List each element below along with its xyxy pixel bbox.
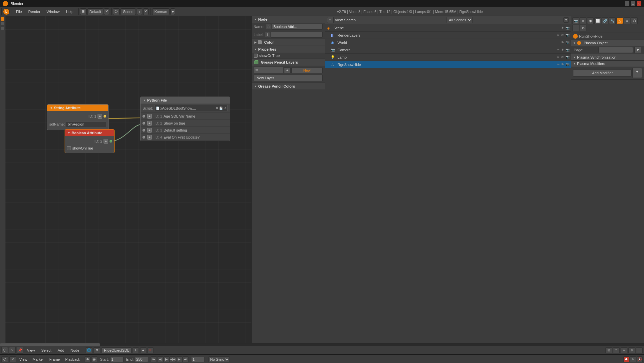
- plasma-object-header[interactable]: ▼ Plasma Object: [571, 40, 644, 46]
- jump-start-btn[interactable]: ⏮: [151, 356, 157, 362]
- prev-frame-btn[interactable]: ◀: [157, 356, 163, 362]
- bool-attr-output-socket[interactable]: [110, 140, 112, 143]
- gp-layers-header[interactable]: Grease Pencil Layers: [252, 59, 325, 66]
- sidebar-icon-3[interactable]: [1, 27, 4, 30]
- python-socket-1[interactable]: [143, 122, 145, 125]
- script-save[interactable]: 💾: [219, 107, 223, 110]
- current-frame-input[interactable]: [191, 357, 204, 362]
- menu-window[interactable]: Window: [44, 9, 62, 15]
- anim-record-btn[interactable]: ⏺: [85, 356, 91, 362]
- timeline-frame-menu[interactable]: Frame: [47, 357, 62, 362]
- string-attr-output-socket[interactable]: [104, 115, 106, 118]
- node-editor-pin-icon[interactable]: 📌: [17, 347, 23, 354]
- prop-constraint-btn[interactable]: 🔗: [602, 17, 608, 24]
- python-plus-0[interactable]: +: [147, 114, 152, 119]
- tree-item-rgnshow[interactable]: △ RgnShowHide ✏ 👁 📷: [325, 61, 571, 68]
- menu-file[interactable]: File: [13, 9, 25, 15]
- node-editor-icon[interactable]: ⬡: [1, 347, 8, 354]
- bool-attr-add[interactable]: +: [104, 139, 108, 144]
- python-plus-3[interactable]: +: [147, 135, 152, 140]
- timeline-playback-menu[interactable]: Playback: [63, 357, 82, 362]
- all-scenes-select[interactable]: All Scenes: [447, 17, 473, 23]
- engine-dropdown[interactable]: ▼: [170, 8, 175, 15]
- prop-physics-btn[interactable]: ⚙: [580, 25, 586, 31]
- gp-layers-checkbox[interactable]: [254, 60, 258, 64]
- python-socket-0[interactable]: [143, 115, 145, 118]
- play-rev-btn[interactable]: ◀◀: [170, 356, 176, 362]
- prop-particle-btn[interactable]: ⋯: [572, 25, 579, 31]
- python-plus-2[interactable]: +: [147, 128, 152, 133]
- node-f-btn[interactable]: F: [133, 347, 139, 353]
- properties-checkbox[interactable]: [254, 54, 258, 58]
- prop-scene-btn[interactable]: ◈: [580, 17, 586, 24]
- play-btn[interactable]: ▶: [163, 356, 169, 362]
- script-close[interactable]: ✕: [215, 106, 218, 110]
- jump-end-btn[interactable]: ⏭: [182, 356, 188, 362]
- prop-modifier-btn[interactable]: 🔧: [609, 17, 616, 24]
- end-input[interactable]: [135, 357, 148, 362]
- timeline-view-menu[interactable]: View: [17, 357, 29, 362]
- script-reload[interactable]: ↺: [223, 107, 226, 110]
- engine-icon-btn[interactable]: B: [3, 8, 10, 15]
- node-select-menu[interactable]: Select: [39, 347, 54, 353]
- start-input[interactable]: [110, 357, 124, 362]
- gp-new-btn[interactable]: New: [291, 67, 323, 73]
- node-close-btn[interactable]: ✕: [148, 347, 154, 353]
- maximize-button[interactable]: □: [631, 1, 635, 6]
- node-name-input[interactable]: [272, 24, 323, 30]
- python-socket-2[interactable]: [143, 129, 145, 132]
- node-plus-btn[interactable]: +: [140, 347, 146, 353]
- render-icon[interactable]: ⬡: [113, 8, 120, 15]
- mute-btn[interactable]: 🔇: [637, 356, 643, 362]
- prop-world-btn[interactable]: ◉: [587, 17, 594, 24]
- node-node-menu[interactable]: Node: [68, 347, 82, 353]
- sdl-name-input[interactable]: [66, 121, 106, 127]
- properties-section-header[interactable]: ▼ Properties: [252, 46, 325, 53]
- scene-add[interactable]: +: [137, 8, 142, 15]
- gp-new-layer-btn[interactable]: New Layer: [254, 75, 323, 81]
- python-plus-1[interactable]: +: [147, 121, 152, 126]
- anim-sync-btn[interactable]: ◉: [91, 356, 97, 362]
- minimize-button[interactable]: ─: [625, 1, 629, 6]
- tree-item-scene[interactable]: ◈ Scene 👁 📷: [325, 24, 571, 32]
- show-on-true-checkbox[interactable]: [67, 146, 71, 150]
- outliner-view[interactable]: View: [335, 18, 343, 22]
- node-section-header[interactable]: ▼ Node: [252, 16, 325, 23]
- close-button[interactable]: ✕: [637, 1, 641, 6]
- outliner-filter-icon[interactable]: ▼: [563, 17, 569, 23]
- scene-selector[interactable]: Scene: [121, 8, 136, 15]
- sidebar-node-icon[interactable]: [1, 17, 4, 21]
- node-arrows-btn[interactable]: ⇔: [621, 347, 627, 353]
- prop-mat-btn[interactable]: ●: [624, 17, 630, 24]
- node-extra-btn[interactable]: …: [636, 347, 643, 353]
- string-attr-add[interactable]: +: [98, 114, 102, 119]
- plasma-sync-header[interactable]: ▼ Plasma Synchronization: [571, 54, 644, 60]
- next-frame-btn[interactable]: ▶: [176, 356, 182, 362]
- layout-close[interactable]: ✕: [104, 8, 109, 15]
- prop-render-btn[interactable]: 📷: [572, 17, 579, 24]
- prop-object-btn[interactable]: ⬜: [594, 17, 601, 24]
- add-modifier-dropdown[interactable]: ▼: [632, 68, 642, 78]
- node-view-menu[interactable]: View: [24, 347, 38, 353]
- add-modifier-button[interactable]: Add Modifier: [573, 69, 632, 77]
- tree-item-world[interactable]: ◉ World 👁 📷: [325, 39, 571, 46]
- menu-render[interactable]: Render: [26, 9, 43, 15]
- node-scrollbar[interactable]: [0, 343, 644, 346]
- color-section-header[interactable]: ▶ Color: [252, 39, 325, 46]
- sync-select[interactable]: No Sync: [208, 356, 230, 362]
- node-label-input[interactable]: [271, 32, 322, 38]
- outliner-search[interactable]: Search: [344, 18, 356, 22]
- tree-item-renderlayers[interactable]: ◧ RenderLayers ✏ 👁 📷: [325, 32, 571, 39]
- timeline-marker-menu[interactable]: Marker: [31, 357, 46, 362]
- plasma-page-dropdown[interactable]: ▼: [634, 47, 641, 53]
- sidebar-icon-2[interactable]: [1, 22, 4, 25]
- prop-data-btn[interactable]: △: [616, 17, 623, 24]
- engine-selector[interactable]: Korman: [152, 8, 170, 15]
- node-add-menu[interactable]: Add: [55, 347, 67, 353]
- plasma-modifiers-header[interactable]: ▼ Plasma Modifiers: [571, 61, 644, 67]
- gp-colors-header[interactable]: ▼ Grease Pencil Colors: [252, 83, 325, 90]
- scene-close[interactable]: ✕: [143, 8, 149, 15]
- record-btn[interactable]: ⏺: [623, 356, 629, 362]
- python-socket-3[interactable]: [143, 136, 145, 139]
- layout-selector[interactable]: Default: [87, 8, 104, 15]
